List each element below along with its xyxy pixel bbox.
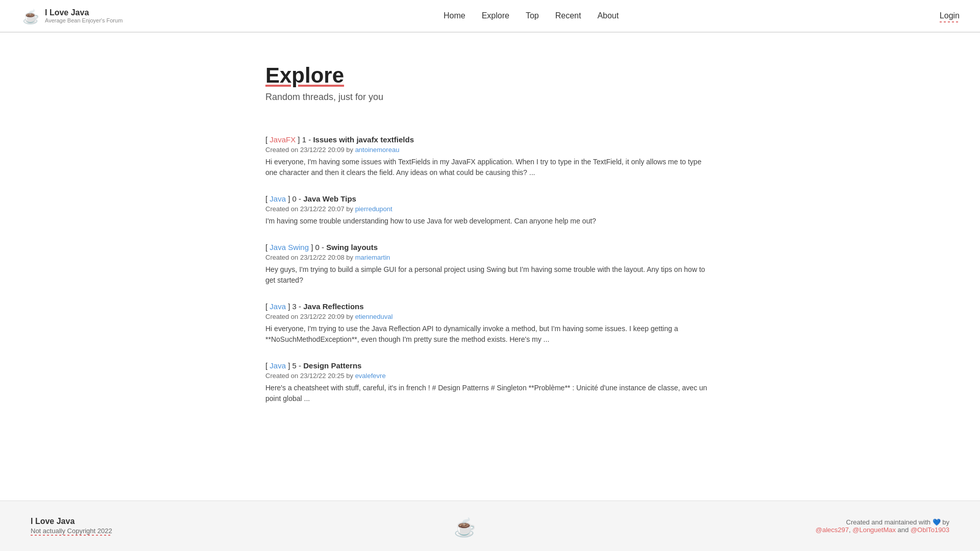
thread-preview: Hi everyone, I'm trying to use the Java … <box>265 323 715 345</box>
svg-text:☕: ☕ <box>22 9 40 25</box>
nav-top[interactable]: Top <box>526 11 539 20</box>
footer-right: Created and maintained with 💙 by @alecs2… <box>816 518 949 534</box>
thread-created: Created on 23/12/22 20:07 by pierredupon… <box>265 205 715 213</box>
logo-subtitle: Average Bean Enjoyer's Forum <box>45 17 122 23</box>
thread-author[interactable]: etienneduval <box>355 313 393 320</box>
thread-score: 0 - <box>315 243 327 252</box>
site-footer: I Love Java Not actually Copyright 2022 … <box>0 500 980 551</box>
thread-list: [ JavaFX ] 1 - Issues with javafx textfi… <box>265 127 715 412</box>
thread-created: Created on 23/12/22 20:08 by mariemartin <box>265 254 715 261</box>
main-nav: Home Explore Top Recent About <box>444 11 619 20</box>
thread-meta: [ Java Swing ] 0 - Swing layouts <box>265 243 715 252</box>
thread-item: [ Java Swing ] 0 - Swing layouts Created… <box>265 235 715 294</box>
heart-icon: 💙 <box>933 518 943 526</box>
site-header: ☕ I Love Java Average Bean Enjoyer's For… <box>0 0 980 33</box>
thread-item: [ Java ] 5 - Design Patterns Created on … <box>265 353 715 412</box>
logo-area: ☕ I Love Java Average Bean Enjoyer's For… <box>20 6 122 26</box>
bracket-close: ] <box>286 194 292 203</box>
thread-title[interactable]: Java Reflections <box>303 302 363 311</box>
footer-brand: I Love Java <box>31 517 112 526</box>
logo-title: I Love Java <box>45 8 122 17</box>
footer-author-3[interactable]: @OblTo1903 <box>911 526 949 534</box>
nav-home[interactable]: Home <box>444 11 465 20</box>
thread-title[interactable]: Swing layouts <box>326 243 378 252</box>
thread-tag[interactable]: JavaFX <box>270 135 296 144</box>
thread-created: Created on 23/12/22 20:09 by etienneduva… <box>265 313 715 320</box>
footer-logo: ☕ <box>451 513 477 539</box>
thread-title[interactable]: Issues with javafx textfields <box>313 135 414 144</box>
thread-meta: [ Java ] 3 - Java Reflections <box>265 302 715 311</box>
footer-credits-suffix: by <box>942 518 949 526</box>
thread-meta: [ Java ] 5 - Design Patterns <box>265 361 715 370</box>
nav-about[interactable]: About <box>597 11 619 20</box>
footer-copyright: Not actually Copyright 2022 <box>31 527 112 535</box>
thread-tag[interactable]: Java <box>270 361 286 370</box>
thread-date: Created on 23/12/22 20:08 by <box>265 254 355 261</box>
thread-author[interactable]: antoinemoreau <box>355 146 400 154</box>
thread-date: Created on 23/12/22 20:07 by <box>265 205 355 213</box>
thread-title[interactable]: Java Web Tips <box>303 194 356 203</box>
logo-icon: ☕ <box>20 6 40 26</box>
thread-tag[interactable]: Java <box>270 194 286 203</box>
page-title: Explore <box>265 63 715 88</box>
thread-author[interactable]: pierredupont <box>355 205 393 213</box>
thread-author[interactable]: mariemartin <box>355 254 390 261</box>
thread-score: 0 - <box>292 194 304 203</box>
thread-item: [ Java ] 3 - Java Reflections Created on… <box>265 294 715 353</box>
footer-and: and <box>898 526 911 534</box>
thread-tag[interactable]: Java <box>270 302 286 311</box>
thread-score: 5 - <box>292 361 304 370</box>
bracket-close: ] <box>296 135 302 144</box>
thread-meta: [ JavaFX ] 1 - Issues with javafx textfi… <box>265 135 715 144</box>
thread-tag[interactable]: Java Swing <box>270 243 309 252</box>
thread-score: 3 - <box>292 302 304 311</box>
bracket-close: ] <box>286 302 292 311</box>
footer-center: ☕ <box>451 513 477 539</box>
thread-created: Created on 23/12/22 20:25 by evalefevre <box>265 372 715 380</box>
thread-date: Created on 23/12/22 20:25 by <box>265 372 355 380</box>
thread-preview: I'm having some trouble understanding ho… <box>265 216 715 227</box>
thread-score: 1 - <box>302 135 313 144</box>
login-button[interactable]: Login <box>940 11 960 20</box>
nav-explore[interactable]: Explore <box>482 11 509 20</box>
thread-author[interactable]: evalefevre <box>355 372 386 380</box>
bracket-close: ] <box>309 243 315 252</box>
thread-preview: Hi everyone, I'm having some issues with… <box>265 157 715 178</box>
thread-date: Created on 23/12/22 20:09 by <box>265 146 355 154</box>
thread-meta: [ Java ] 0 - Java Web Tips <box>265 194 715 203</box>
thread-created: Created on 23/12/22 20:09 by antoinemore… <box>265 146 715 154</box>
footer-author-2[interactable]: @LonguetMax <box>852 526 896 534</box>
thread-title[interactable]: Design Patterns <box>303 361 361 370</box>
thread-preview: Here's a cheatsheet with stuff, careful,… <box>265 383 715 404</box>
thread-item: [ Java ] 0 - Java Web Tips Created on 23… <box>265 186 715 235</box>
footer-credits-prefix: Created and maintained with <box>846 518 931 526</box>
thread-item: [ JavaFX ] 1 - Issues with javafx textfi… <box>265 127 715 186</box>
thread-date: Created on 23/12/22 20:09 by <box>265 313 355 320</box>
logo-text-block: I Love Java Average Bean Enjoyer's Forum <box>45 8 122 23</box>
main-content: Explore Random threads, just for you [ J… <box>245 33 735 433</box>
nav-recent[interactable]: Recent <box>555 11 581 20</box>
page-subtitle: Random threads, just for you <box>265 92 715 103</box>
thread-preview: Hey guys, I'm trying to build a simple G… <box>265 264 715 286</box>
footer-left: I Love Java Not actually Copyright 2022 <box>31 517 112 535</box>
footer-author-1[interactable]: @alecs297 <box>816 526 849 534</box>
svg-text:☕: ☕ <box>454 517 476 538</box>
bracket-close: ] <box>286 361 292 370</box>
